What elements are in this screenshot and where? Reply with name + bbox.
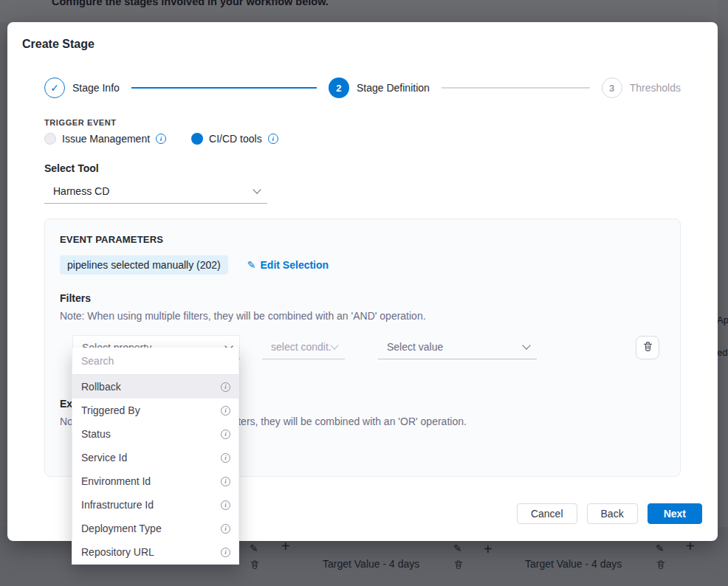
edit-selection-link[interactable]: ✎ Edit Selection bbox=[247, 259, 329, 271]
stepper-connector bbox=[442, 87, 590, 89]
menu-search bbox=[72, 348, 238, 375]
check-icon: ✓ bbox=[44, 77, 65, 98]
menu-item-status[interactable]: Status i bbox=[72, 422, 238, 446]
stepper-connector bbox=[131, 87, 317, 89]
menu-item-infrastructure-id[interactable]: Infrastructure Id i bbox=[72, 493, 238, 517]
menu-search-input[interactable] bbox=[72, 348, 238, 374]
filters-title: Filters bbox=[60, 292, 665, 304]
edit-icon: ✎ bbox=[247, 259, 256, 271]
menu-item-repository-url[interactable]: Repository URL i bbox=[72, 540, 238, 564]
info-icon[interactable]: i bbox=[221, 500, 230, 510]
condition-dropdown[interactable]: select condit... bbox=[262, 335, 345, 359]
radio-issue-management[interactable]: Issue Management i bbox=[44, 133, 166, 145]
info-icon[interactable]: i bbox=[221, 406, 230, 416]
modal-footer: Cancel Back Next bbox=[517, 503, 702, 524]
select-tool-label: Select Tool bbox=[44, 162, 99, 174]
step-label: Stage Info bbox=[72, 82, 120, 94]
info-icon[interactable]: i bbox=[221, 548, 230, 557]
create-stage-modal: Create Stage ✓ Stage Info 2 Stage Defini… bbox=[7, 22, 718, 541]
chevron-down-icon bbox=[330, 341, 338, 349]
info-icon[interactable]: i bbox=[156, 134, 166, 144]
menu-item-environment-id[interactable]: Environment Id i bbox=[72, 469, 238, 493]
delete-filter-button[interactable] bbox=[636, 336, 659, 359]
radio-selected[interactable] bbox=[191, 133, 203, 145]
radio-label: Issue Management bbox=[62, 133, 150, 145]
menu-item-label: Status bbox=[81, 428, 111, 440]
modal-title: Create Stage bbox=[22, 38, 95, 51]
radio-unselected[interactable] bbox=[44, 133, 56, 145]
menu-item-label: Infrastructure Id bbox=[81, 499, 154, 511]
menu-item-label: Triggered By bbox=[81, 404, 140, 416]
tool-dropdown[interactable]: Harness CD bbox=[44, 179, 267, 204]
step-thresholds[interactable]: 3 Thresholds bbox=[602, 77, 681, 98]
step-stage-definition[interactable]: 2 Stage Definition bbox=[329, 77, 430, 98]
radio-label: CI/CD tools bbox=[209, 133, 262, 145]
step-number: 2 bbox=[329, 77, 349, 98]
menu-item-triggered-by[interactable]: Triggered By i bbox=[72, 399, 238, 422]
info-icon[interactable]: i bbox=[221, 477, 230, 486]
step-stage-info[interactable]: ✓ Stage Info bbox=[44, 77, 120, 98]
step-number: 3 bbox=[602, 77, 622, 98]
chevron-down-icon bbox=[522, 341, 530, 349]
step-label: Stage Definition bbox=[357, 82, 430, 94]
next-button[interactable]: Next bbox=[648, 503, 702, 524]
condition-dropdown-placeholder: select condit... bbox=[271, 341, 332, 353]
menu-item-label: Rollback bbox=[81, 381, 121, 393]
trigger-event-label: TRIGGER EVENT bbox=[44, 118, 117, 127]
value-dropdown-placeholder: Select value bbox=[387, 341, 443, 353]
tool-dropdown-value: Harness CD bbox=[53, 185, 109, 197]
event-parameters-title: EVENT PARAMETERS bbox=[60, 234, 665, 245]
info-icon[interactable]: i bbox=[221, 524, 230, 534]
info-icon[interactable]: i bbox=[221, 382, 230, 392]
menu-item-deployment-type[interactable]: Deployment Type i bbox=[72, 517, 238, 540]
value-dropdown[interactable]: Select value bbox=[378, 335, 537, 359]
radio-cicd-tools[interactable]: CI/CD tools i bbox=[191, 133, 278, 145]
menu-item-label: Deployment Type bbox=[81, 523, 162, 534]
screen: Configure the stages involved in your wo… bbox=[0, 0, 728, 586]
trash-icon bbox=[642, 341, 653, 354]
property-dropdown-menu: Rollback i Triggered By i Status i Servi… bbox=[72, 348, 239, 565]
stepper: ✓ Stage Info 2 Stage Definition 3 Thresh… bbox=[44, 77, 681, 99]
menu-item-service-id[interactable]: Service Id i bbox=[72, 446, 238, 469]
menu-item-label: Repository URL bbox=[81, 546, 154, 558]
info-icon[interactable]: i bbox=[221, 453, 230, 463]
chevron-down-icon bbox=[253, 185, 261, 193]
menu-item-rollback[interactable]: Rollback i bbox=[72, 375, 238, 399]
edit-selection-label: Edit Selection bbox=[261, 259, 329, 271]
step-label: Thresholds bbox=[630, 82, 681, 94]
filters-note: Note: When using multiple filters, they … bbox=[60, 310, 665, 322]
menu-item-label: Service Id bbox=[81, 452, 127, 463]
pipelines-selected-chip: pipelines selected manually (202) bbox=[60, 255, 228, 275]
info-icon[interactable]: i bbox=[268, 134, 278, 144]
trigger-event-options: Issue Management i CI/CD tools i bbox=[44, 133, 278, 145]
info-icon[interactable]: i bbox=[221, 430, 230, 439]
menu-item-label: Environment Id bbox=[81, 475, 151, 487]
cancel-button[interactable]: Cancel bbox=[517, 503, 577, 524]
back-button[interactable]: Back bbox=[587, 503, 638, 524]
